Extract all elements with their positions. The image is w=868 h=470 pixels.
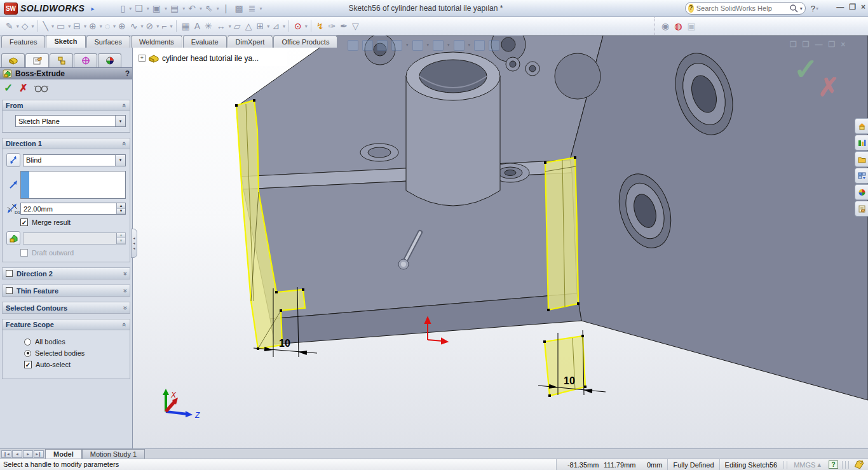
- confirm-cancel-icon[interactable]: ✗: [818, 72, 839, 102]
- view-orientation-icon[interactable]: [412, 40, 423, 51]
- rectangle-icon[interactable]: ▭: [55, 20, 67, 32]
- thin-feature-checkbox[interactable]: [6, 287, 13, 294]
- display-style-icon[interactable]: [433, 40, 444, 51]
- collapse-icon[interactable]: «: [121, 104, 128, 107]
- selected-bodies-radio[interactable]: [24, 350, 31, 357]
- caret-down-icon[interactable]: ▾: [468, 43, 471, 48]
- direction2-checkbox[interactable]: [6, 270, 13, 277]
- caret-down-icon[interactable]: ▾: [32, 24, 34, 29]
- caret-down-icon[interactable]: ▾: [141, 24, 144, 29]
- child-close-button[interactable]: ×: [841, 40, 845, 49]
- appearance-icon[interactable]: [474, 40, 485, 51]
- caret-down-icon[interactable]: ▾: [229, 24, 231, 29]
- search-icon[interactable]: [789, 4, 798, 13]
- sketch-icon[interactable]: ✎: [4, 20, 15, 32]
- minimize-button[interactable]: —: [836, 3, 844, 11]
- tab-sketch[interactable]: Sketch: [46, 35, 85, 48]
- confirm-ok-icon[interactable]: ✓: [794, 52, 818, 86]
- group-thin-feature-header[interactable]: Thin Feature «: [3, 285, 130, 296]
- panel-splitter-handle[interactable]: ◂ ◂ ◂: [131, 229, 137, 258]
- caret-down-icon[interactable]: ▾: [68, 24, 71, 29]
- trim-icon[interactable]: ⊿: [270, 20, 281, 32]
- tab-surfaces[interactable]: Surfaces: [86, 36, 130, 48]
- caret-down-icon[interactable]: ▾: [427, 43, 430, 48]
- resources-home-tab[interactable]: [855, 118, 868, 134]
- group-feature-scope-header[interactable]: Feature Scope «: [3, 319, 130, 330]
- flyout-feature-tree[interactable]: + cylinder head tutorial ile ya...: [136, 50, 287, 66]
- menu-expand-icon[interactable]: ▸: [91, 5, 94, 12]
- caret-down-icon[interactable]: ▾: [17, 24, 19, 29]
- graphics-area[interactable]: 10 10: [133, 36, 868, 448]
- caret-down-icon[interactable]: ▾: [170, 24, 173, 29]
- caret-down-icon[interactable]: ▾: [100, 24, 102, 29]
- convert-entities-icon[interactable]: ▱: [232, 20, 243, 32]
- child-restore-button[interactable]: ❐: [829, 40, 836, 49]
- child-minimize-button[interactable]: —: [815, 40, 823, 49]
- caret-down-icon[interactable]: ▾: [84, 24, 86, 29]
- mirror-icon[interactable]: ↔: [215, 20, 227, 32]
- sketch-active-icon[interactable]: ⊙: [292, 20, 304, 32]
- expand-tree-icon[interactable]: +: [139, 55, 146, 62]
- display-manager-tab[interactable]: [98, 53, 121, 67]
- reverse-direction-button[interactable]: [6, 153, 20, 167]
- tile-icon[interactable]: ❐: [803, 40, 810, 49]
- tab-office-products[interactable]: Office Products: [273, 36, 337, 48]
- print-icon[interactable]: ▤: [168, 3, 180, 14]
- caret-down-icon[interactable]: ▾: [200, 6, 202, 11]
- design-library-tab[interactable]: [855, 135, 868, 151]
- quick-snaps-icon[interactable]: ↯: [315, 20, 326, 32]
- depth-spinner[interactable]: ▲ ▼: [116, 203, 125, 214]
- caret-down-icon[interactable]: ▾: [217, 6, 219, 11]
- caret-down-icon[interactable]: ▾: [260, 6, 262, 11]
- direction-reference-listbox[interactable]: [20, 171, 126, 199]
- file-explorer-tab[interactable]: [855, 151, 868, 167]
- dropdown-arrow-icon[interactable]: ▾: [115, 116, 125, 126]
- all-bodies-option[interactable]: All bodies: [24, 338, 126, 346]
- open-icon[interactable]: ❏: [133, 3, 145, 14]
- caret-down-icon[interactable]: ▾: [129, 6, 132, 11]
- ok-button[interactable]: ✓: [4, 81, 13, 95]
- help-button[interactable]: ?: [811, 4, 815, 13]
- pen-icon[interactable]: ✑: [326, 20, 337, 32]
- units-selector[interactable]: MMGS ▴: [789, 459, 826, 470]
- pattern-icon[interactable]: ▦: [180, 20, 192, 32]
- options-icon[interactable]: ≣: [247, 3, 258, 14]
- grid-icon[interactable]: ⊞: [254, 20, 266, 32]
- tag-icon[interactable]: [853, 460, 865, 469]
- save-icon[interactable]: ▣: [151, 3, 163, 14]
- caret-down-icon[interactable]: ▾: [156, 24, 159, 29]
- first-study-button[interactable]: ❙◂: [1, 450, 11, 458]
- search-input[interactable]: [694, 4, 789, 12]
- ink-icon[interactable]: ✒: [338, 20, 349, 32]
- caret-down-icon[interactable]: ▾: [165, 6, 167, 11]
- perimeter-circle-icon[interactable]: ◌: [103, 20, 112, 32]
- filter-icon[interactable]: ▽: [350, 20, 361, 32]
- caret-down-icon[interactable]: ▾: [283, 24, 285, 29]
- configuration-manager-tab[interactable]: [50, 53, 73, 67]
- text-icon[interactable]: A: [193, 20, 202, 32]
- group-from-header[interactable]: From «: [3, 100, 130, 111]
- cascade-icon[interactable]: ❐: [790, 40, 797, 49]
- group-direction2-header[interactable]: Direction 2 «: [3, 268, 130, 279]
- ellipse-icon[interactable]: ⊘: [144, 20, 156, 32]
- scene-icon[interactable]: [489, 40, 499, 51]
- custom-properties-tab[interactable]: [855, 201, 868, 217]
- auto-select-option[interactable]: ✓ Auto-select: [24, 361, 126, 368]
- spline-icon[interactable]: ∿: [128, 20, 140, 32]
- search-box[interactable]: ? ▾: [685, 2, 806, 15]
- collapse-icon[interactable]: «: [121, 142, 128, 145]
- fillet-icon[interactable]: ⌐: [159, 20, 168, 32]
- new-document-icon[interactable]: ▯: [118, 3, 127, 14]
- slot-icon[interactable]: ⊟: [71, 20, 83, 32]
- all-bodies-radio[interactable]: [24, 339, 31, 346]
- prev-study-button[interactable]: ◂: [12, 450, 22, 458]
- draft-button[interactable]: [6, 231, 20, 245]
- collapse-icon[interactable]: «: [121, 323, 128, 326]
- depth-value[interactable]: 22.00mm: [21, 205, 116, 213]
- expand-icon[interactable]: «: [121, 288, 128, 292]
- expand-icon[interactable]: «: [121, 271, 128, 275]
- property-manager-tab[interactable]: [25, 53, 49, 67]
- caret-down-icon[interactable]: ▾: [447, 43, 450, 48]
- display-relations-icon[interactable]: △: [243, 20, 254, 32]
- caret-down-icon[interactable]: ▾: [147, 6, 149, 11]
